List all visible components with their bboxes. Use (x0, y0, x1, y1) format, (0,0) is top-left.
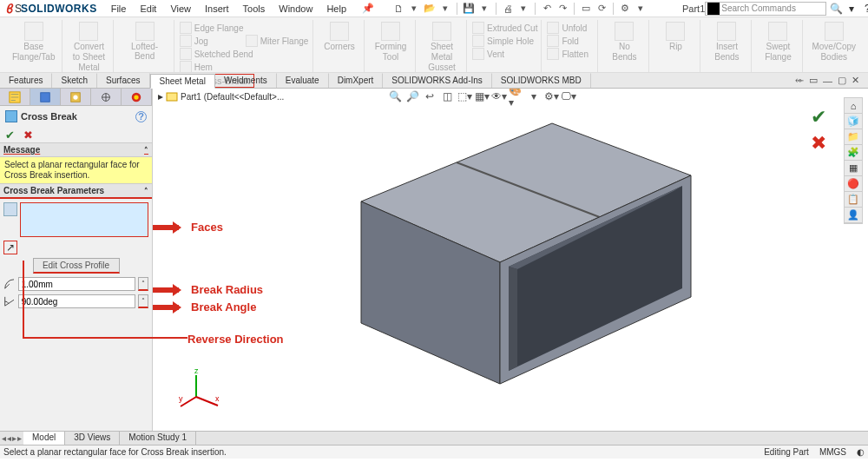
move-copy-button[interactable]: Move/CopyBodies (810, 20, 858, 63)
tab-model[interactable]: Model (23, 432, 65, 445)
cancel-icon[interactable]: ✖ (23, 129, 33, 142)
view-triad[interactable]: z x y (179, 366, 222, 410)
new-icon[interactable]: 🗋 (391, 2, 405, 16)
monitor-icon[interactable]: 🖵▾ (561, 89, 576, 104)
flatten-button[interactable]: Flatten (547, 48, 594, 60)
rip-button[interactable]: Rip (656, 20, 694, 53)
tab-scroll-buttons[interactable]: ◂◂▸▸ (0, 432, 23, 445)
menu-file[interactable]: File (104, 2, 134, 16)
options-icon[interactable]: ⚙ (618, 2, 632, 16)
break-angle-input[interactable] (18, 294, 135, 308)
dropdown-icon[interactable]: ▾ (438, 2, 452, 16)
help-icon[interactable]: ? (861, 3, 868, 15)
base-flange-button[interactable]: BaseFlange/Tab (10, 20, 56, 63)
tab-evaluate[interactable]: Evaluate (277, 73, 329, 88)
params-header[interactable]: Cross Break Parameters˄ (0, 183, 152, 199)
miter-flange-button[interactable]: Miter Flange (246, 35, 309, 47)
section-view-icon[interactable]: ◫ (439, 89, 455, 104)
radius-stepper[interactable]: ˄ (138, 277, 148, 291)
search-glass-icon[interactable]: 🔍 (830, 3, 842, 15)
jog-button[interactable]: Jog (180, 35, 240, 47)
tab-mbd[interactable]: SOLIDWORKS MBD (492, 73, 591, 88)
undo-icon[interactable]: ↶ (540, 2, 554, 16)
unfold-button[interactable]: Unfold (547, 22, 594, 34)
configmgr-tab-icon[interactable] (61, 89, 91, 105)
faces-selection-box[interactable] (20, 202, 148, 237)
convert-sheetmetal-button[interactable]: Convertto SheetMetal (69, 20, 108, 74)
pane-dash-icon[interactable]: — (823, 76, 832, 86)
tab-addins[interactable]: SOLIDWORKS Add-Ins (383, 73, 491, 88)
featuretree-tab-icon[interactable] (0, 89, 30, 105)
help-icon[interactable]: ? (135, 111, 147, 122)
explorer-icon[interactable]: 🧩 (845, 145, 862, 161)
graphics-viewport[interactable]: ▸ Part1 (Default<<Default>... 🔍 🔎 ↩ ◫ ⬚▾… (153, 89, 868, 431)
library-icon[interactable]: 📁 (845, 129, 862, 145)
dropdown-icon[interactable]: ▾ (845, 3, 858, 15)
resources-icon[interactable]: 🧊 (845, 114, 862, 129)
break-radius-input[interactable] (18, 277, 135, 291)
scene-icon[interactable]: ▾ (526, 89, 542, 104)
pane-max-icon[interactable]: ▢ (838, 75, 846, 86)
edit-cross-profile-button[interactable]: Edit Cross Profile (33, 258, 120, 274)
view-settings-icon[interactable]: ⚙▾ (543, 89, 559, 104)
print-icon[interactable]: 🖨 (501, 2, 515, 16)
accept-icon[interactable]: ✔ (811, 106, 826, 129)
rebuild-icon[interactable]: ⟳ (595, 2, 608, 16)
tab-features[interactable]: Features (0, 73, 52, 88)
tab-weldments[interactable]: Weldments (215, 73, 277, 88)
ok-icon[interactable]: ✔ (5, 129, 15, 142)
menu-window[interactable]: Window (272, 2, 319, 16)
select-icon[interactable]: ▭ (579, 2, 593, 16)
dropdown-icon[interactable]: ▾ (516, 2, 530, 16)
zoom-fit-icon[interactable]: 🔍 (387, 89, 403, 104)
appearances-icon[interactable]: 🔴 (845, 176, 862, 192)
no-bends-button[interactable]: NoBends (605, 20, 643, 63)
simple-hole-button[interactable]: Simple Hole (472, 35, 534, 47)
pane-min-icon[interactable]: ▭ (809, 75, 818, 86)
pin-icon[interactable]: 📌 (353, 3, 383, 14)
home-icon[interactable]: ⌂ (845, 98, 862, 114)
open-icon[interactable]: 📂 (423, 2, 437, 16)
propertymgr-tab-icon[interactable] (30, 89, 61, 105)
zoom-area-icon[interactable]: 🔎 (404, 89, 420, 104)
reject-icon[interactable]: ✖ (811, 132, 826, 155)
view-orient-icon[interactable]: ⬚▾ (457, 89, 472, 104)
tab-motion-study[interactable]: Motion Study 1 (120, 432, 196, 445)
dimxpertmgr-tab-icon[interactable] (91, 89, 122, 105)
hide-show-icon[interactable]: 👁▾ (491, 89, 507, 104)
hem-button[interactable]: Hem (180, 61, 240, 73)
redo-icon[interactable]: ↷ (556, 2, 569, 16)
edge-flange-button[interactable]: Edge Flange (180, 22, 244, 34)
sketched-bend-button[interactable]: Sketched Bend (180, 48, 253, 60)
tab-dimxpert[interactable]: DimXpert (329, 73, 384, 88)
tab-3dviews[interactable]: 3D Views (65, 432, 120, 445)
message-header[interactable]: Message˄ (0, 142, 152, 157)
vent-button[interactable]: Vent (472, 48, 533, 60)
prev-view-icon[interactable]: ↩ (422, 89, 437, 104)
menu-tools[interactable]: Tools (236, 2, 273, 16)
tab-surfaces[interactable]: Surfaces (97, 73, 149, 88)
reverse-direction-button[interactable]: ↗ (3, 241, 17, 254)
angle-stepper[interactable]: ˄ (138, 294, 148, 308)
tab-sketch[interactable]: Sketch (52, 73, 97, 88)
appearance-icon[interactable]: 🎨▾ (509, 89, 524, 104)
forming-tool-button[interactable]: FormingTool (372, 20, 410, 63)
menu-view[interactable]: View (163, 2, 198, 16)
display-style-icon[interactable]: ▦▾ (474, 89, 490, 104)
expand-icon[interactable]: ▸ (158, 90, 163, 102)
feature-tree-flyout[interactable]: ▸ Part1 (Default<<Default>... (158, 90, 284, 102)
status-units[interactable]: MMGS (819, 447, 846, 457)
pane-close-icon[interactable]: ✕ (852, 75, 859, 86)
view-palette-icon[interactable]: ▦ (845, 161, 862, 176)
dropdown-icon[interactable]: ▾ (477, 2, 491, 16)
menu-insert[interactable]: Insert (198, 2, 236, 16)
corners-button[interactable]: Corners (320, 20, 358, 53)
save-icon[interactable]: 💾 (462, 2, 476, 16)
pane-prev-icon[interactable]: ⬰ (795, 75, 804, 86)
properties-icon[interactable]: 📋 (845, 192, 862, 208)
fold-button[interactable]: Fold (547, 35, 594, 47)
displaymgr-tab-icon[interactable] (122, 89, 152, 105)
dropdown-icon[interactable]: ▾ (407, 2, 421, 16)
swept-flange-button[interactable]: SweptFlange (759, 20, 797, 63)
lofted-bend-button[interactable]: Lofted-Bend (121, 20, 168, 63)
